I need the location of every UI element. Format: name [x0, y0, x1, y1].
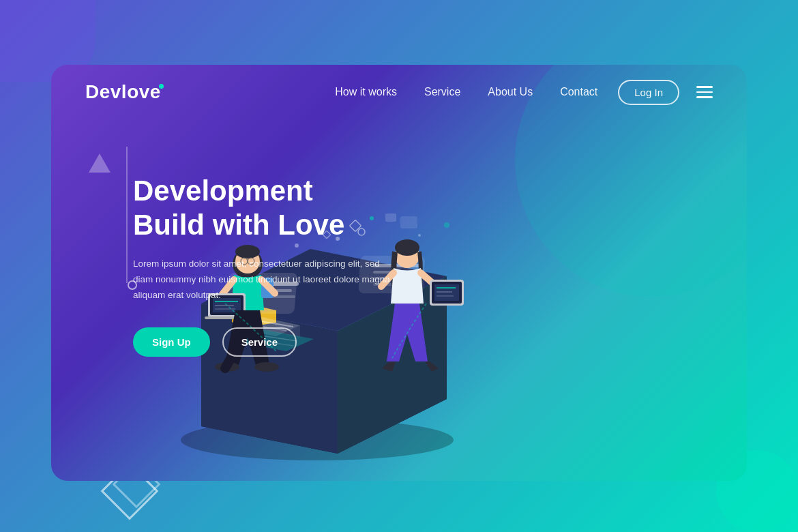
logo-dot [159, 84, 164, 89]
hero-section: Development Build with Love Lorem ipsum … [85, 119, 747, 481]
menu-line-3 [696, 96, 713, 98]
hero-content: Development Build with Love Lorem ipsum … [119, 174, 392, 357]
menu-line-2 [696, 91, 713, 93]
logo[interactable]: Devlove [85, 81, 161, 103]
nav-link-contact[interactable]: Contact [560, 86, 597, 98]
nav-links: How it works Service About Us Contact [335, 86, 597, 98]
service-button[interactable]: Service [222, 327, 297, 357]
svg-rect-44 [434, 284, 459, 301]
svg-point-39 [254, 362, 279, 372]
hamburger-menu[interactable] [696, 86, 713, 98]
hero-title: Development Build with Love [133, 174, 392, 243]
nav-item-service[interactable]: Service [424, 86, 460, 98]
hero-title-line2: Build with Love [133, 209, 344, 241]
hero-line-dot [128, 280, 137, 290]
navbar: Devlove How it works Service About Us Co… [51, 65, 747, 119]
menu-line-1 [696, 86, 713, 88]
hero-title-line1: Development [133, 175, 313, 207]
svg-point-56 [444, 222, 449, 228]
nav-item-contact[interactable]: Contact [560, 86, 597, 98]
hero-description: Lorem ipsum dolor sit amet, consectetuer… [133, 256, 392, 304]
main-card: Devlove How it works Service About Us Co… [51, 65, 747, 481]
login-button[interactable]: Log In [618, 80, 679, 105]
nav-link-how-it-works[interactable]: How it works [335, 86, 397, 98]
hero-buttons: Sign Up Service [133, 327, 392, 357]
svg-rect-52 [400, 216, 417, 228]
signup-button[interactable]: Sign Up [133, 327, 210, 357]
svg-point-41 [395, 239, 419, 256]
nav-item-about-us[interactable]: About Us [488, 86, 533, 98]
hero-line-decoration [126, 147, 128, 283]
logo-text: Devlove [85, 81, 161, 102]
svg-point-55 [418, 234, 421, 237]
nav-item-how-it-works[interactable]: How it works [335, 86, 397, 98]
nav-link-service[interactable]: Service [424, 86, 460, 98]
nav-link-about-us[interactable]: About Us [488, 86, 533, 98]
